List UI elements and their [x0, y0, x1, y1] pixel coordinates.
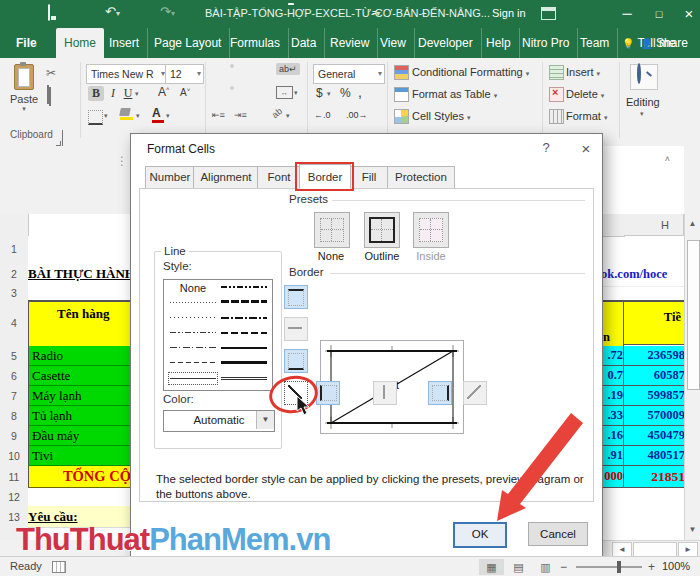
- line-style-thin-solid-selected[interactable]: [170, 374, 216, 383]
- line-style-med-dashed[interactable]: [221, 328, 267, 337]
- line-style-double[interactable]: [221, 377, 267, 380]
- fill-color-icon[interactable]: [120, 108, 133, 120]
- row-header-5[interactable]: 5: [0, 346, 29, 367]
- row-header-8[interactable]: 8: [0, 406, 29, 427]
- decrease-font-button[interactable]: A˅: [180, 87, 190, 98]
- line-style-thick-solid[interactable]: [221, 358, 267, 367]
- tab-insert[interactable]: Insert: [101, 28, 148, 58]
- decrease-decimal-icon[interactable]: .00→: [346, 110, 368, 120]
- increase-font-button[interactable]: A˄: [158, 85, 170, 99]
- zoom-percent-label[interactable]: 100%: [662, 560, 690, 572]
- dialog-close-icon[interactable]: ×: [576, 140, 596, 157]
- cell-a7[interactable]: Máy lạnh: [28, 386, 130, 406]
- macro-record-icon[interactable]: [52, 561, 66, 573]
- horizontal-scrollbar[interactable]: ◄ ►: [601, 540, 700, 557]
- tab-home[interactable]: Home: [56, 28, 104, 58]
- cell-h10[interactable]: 480517: [623, 446, 684, 466]
- cell-styles-button[interactable]: Cell Styles ▾: [412, 110, 471, 122]
- tab-data[interactable]: Data: [283, 28, 325, 58]
- line-style-none[interactable]: None: [170, 282, 216, 291]
- increase-indent-icon[interactable]: ⇥≡: [234, 110, 247, 120]
- dialog-tab-alignment[interactable]: Alignment: [193, 166, 259, 189]
- row-header-4[interactable]: 4: [0, 300, 29, 347]
- tab-nitro-pro[interactable]: Nitro Pro: [514, 28, 578, 58]
- line-style-list[interactable]: None: [163, 279, 273, 391]
- column-header-g-part[interactable]: [601, 214, 625, 237]
- row-header-12[interactable]: 12: [0, 488, 29, 507]
- preset-none-button[interactable]: [314, 212, 350, 248]
- cell-h9[interactable]: 450479: [623, 426, 684, 446]
- scroll-up-icon[interactable]: ▲: [686, 216, 699, 232]
- cell-a4-header[interactable]: Tên hàng: [28, 300, 130, 348]
- ok-button[interactable]: OK: [453, 522, 507, 548]
- border-inner-vertical-button[interactable]: [373, 381, 397, 405]
- currency-format-icon[interactable]: $: [316, 86, 323, 100]
- tab-review[interactable]: Review: [322, 28, 378, 58]
- cell-a1[interactable]: [28, 236, 130, 263]
- line-style-dotted[interactable]: [170, 313, 216, 322]
- select-all-corner[interactable]: [0, 214, 29, 237]
- dialog-tab-border[interactable]: Border: [299, 164, 351, 189]
- align-middle-icon[interactable]: [230, 64, 234, 68]
- tab-developer[interactable]: Developer: [410, 28, 482, 58]
- merge-center-icon[interactable]: ↔: [276, 86, 293, 99]
- align-center-icon[interactable]: [230, 86, 234, 90]
- merge-center-dropdown-icon[interactable]: ▾: [294, 89, 298, 97]
- orientation-icon[interactable]: ab: [270, 106, 284, 120]
- wrap-text-icon[interactable]: ab↵: [276, 63, 300, 75]
- cell-a10[interactable]: Tivi: [28, 446, 130, 466]
- font-name-select[interactable]: Times New R▾: [86, 64, 168, 84]
- tab-team[interactable]: Team: [572, 28, 618, 58]
- cell-h6[interactable]: 60587: [623, 366, 684, 386]
- cell-a11-total[interactable]: TỔNG CỘ: [28, 466, 130, 488]
- cell-h8[interactable]: 570009: [623, 406, 684, 426]
- border-right-button[interactable]: [428, 381, 452, 405]
- borders-button-icon[interactable]: [88, 110, 103, 129]
- save-icon[interactable]: [48, 5, 50, 21]
- border-diagonal-down-button[interactable]: [463, 381, 487, 405]
- cell-g11-total[interactable]: 000: [601, 466, 625, 488]
- row-header-3[interactable]: 3: [0, 286, 29, 301]
- row-header-1[interactable]: 1: [0, 236, 29, 263]
- fill-color-dropdown-icon[interactable]: ▾: [136, 112, 140, 120]
- borders-dropdown-icon[interactable]: ▾: [104, 112, 108, 120]
- increase-decimal-icon[interactable]: ←.0: [314, 110, 331, 120]
- line-style-medium-solid[interactable]: [221, 343, 267, 352]
- row-header-11[interactable]: 11: [0, 466, 29, 489]
- italic-button[interactable]: I: [107, 86, 119, 101]
- number-format-select[interactable]: General▾: [313, 64, 385, 84]
- line-style-dotted-fine[interactable]: [170, 298, 216, 307]
- border-inner-horizontal-button[interactable]: [284, 317, 308, 341]
- vertical-scroll-thumb[interactable]: [687, 240, 700, 390]
- zoom-in-icon[interactable]: +: [648, 560, 655, 574]
- undo-icon[interactable]: ↶▾: [105, 4, 120, 22]
- cell-g5[interactable]: .72: [601, 346, 625, 366]
- row-header-9[interactable]: 9: [0, 426, 29, 447]
- format-cells-button[interactable]: Format ▾: [566, 110, 607, 122]
- redo-icon[interactable]: ↷▾: [160, 4, 175, 22]
- format-as-table-button[interactable]: Format as Table ▾: [412, 88, 497, 100]
- cancel-button[interactable]: Cancel: [528, 522, 588, 546]
- cell-g6[interactable]: 0.7: [601, 366, 625, 386]
- zoom-slider-track[interactable]: [576, 566, 642, 568]
- dialog-help-icon[interactable]: ?: [536, 140, 556, 155]
- insert-cells-button[interactable]: Insert ▾: [566, 66, 600, 78]
- cell-h5[interactable]: 236598: [623, 346, 684, 366]
- orientation-dropdown-icon[interactable]: ▾: [286, 112, 290, 120]
- formula-bar[interactable]: ˄: [601, 146, 684, 215]
- cell-g10[interactable]: .91: [601, 446, 625, 466]
- row-header-7[interactable]: 7: [0, 386, 29, 407]
- scroll-left-icon[interactable]: ◄: [612, 542, 632, 557]
- font-color-dropdown-icon[interactable]: ▾: [166, 112, 170, 120]
- close-button[interactable]: ×: [678, 4, 700, 24]
- maximize-button[interactable]: □: [648, 4, 670, 24]
- decrease-indent-icon[interactable]: ⇤≡: [212, 110, 225, 120]
- page-layout-view-icon[interactable]: ▤: [506, 559, 531, 575]
- cell-g7[interactable]: .19: [601, 386, 625, 406]
- preset-inside-button[interactable]: [413, 212, 449, 248]
- cell-a12[interactable]: [28, 488, 130, 507]
- editing-search-button[interactable]: [630, 64, 658, 90]
- border-top-button[interactable]: [284, 285, 308, 309]
- minimize-button[interactable]: ─: [616, 4, 638, 24]
- cell-h11-total[interactable]: 21851: [623, 466, 684, 488]
